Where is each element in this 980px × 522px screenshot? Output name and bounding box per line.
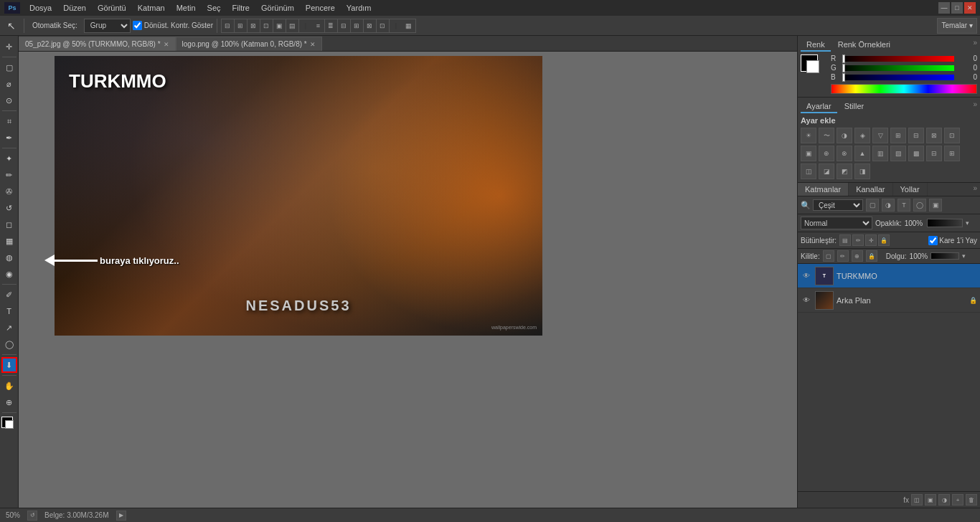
brush-tool-button[interactable]: ✏ <box>1 167 17 183</box>
align-center-h-icon[interactable]: ▣ <box>273 19 286 32</box>
auto-select-dropdown[interactable]: Grup Katman <box>84 19 131 33</box>
menu-sec[interactable]: Seç <box>202 2 226 14</box>
status-arrow-button[interactable]: ▶ <box>116 511 126 521</box>
color-swatches[interactable] <box>801 54 825 79</box>
tab-document-2[interactable]: logo.png @ 100% (Katman 0, RGB/8) * ✕ <box>176 37 322 51</box>
blue-slider[interactable] <box>842 75 954 80</box>
distribute-right-icon[interactable]: ⊟ <box>338 19 351 32</box>
temalar-button[interactable]: Temalar ▾ <box>937 18 977 34</box>
cmixer-icon[interactable]: ⊡ <box>944 128 960 143</box>
select-rect-tool-button[interactable]: ▢ <box>1 60 17 75</box>
layers-panel-collapse[interactable]: » <box>970 183 980 196</box>
distribute-top-icon[interactable]: ⊞ <box>351 19 364 32</box>
dolgu-dropdown-icon[interactable]: ▾ <box>962 252 966 260</box>
lock-image-icon[interactable]: ✏ <box>852 234 864 246</box>
minimize-button[interactable]: — <box>938 2 950 14</box>
align-bottom-icon[interactable]: ▤ <box>286 19 299 32</box>
menu-goruntu[interactable]: Görüntü <box>93 2 131 14</box>
layer-filter-select[interactable]: Çeşit <box>813 199 863 211</box>
menu-metin[interactable]: Metin <box>171 2 201 14</box>
dodge-tool-button[interactable]: ◉ <box>1 266 17 282</box>
kare-yay-checkbox[interactable] <box>928 236 938 245</box>
kilit-pos-icon[interactable]: ⊕ <box>852 250 863 262</box>
distribute-v-icon[interactable]: ⊠ <box>364 19 377 32</box>
menu-yardim[interactable]: Yardım <box>341 2 377 14</box>
tab-paths[interactable]: Yollar <box>893 183 928 196</box>
tab-1-close[interactable]: ✕ <box>164 41 169 48</box>
blur-tool-button[interactable]: ◍ <box>1 250 17 265</box>
move-tool-button[interactable]: ✛ <box>1 39 17 54</box>
filter-pixel-icon[interactable]: ▢ <box>866 199 879 212</box>
add-mask-button[interactable]: ◫ <box>911 494 923 506</box>
eyedropper-tool-button[interactable]: ✒ <box>1 130 17 146</box>
adj-panel-collapse[interactable]: » <box>973 100 977 113</box>
distribute-h-icon[interactable]: ≣ <box>325 19 338 32</box>
lock-all-icon[interactable]: 🔒 <box>878 234 890 246</box>
distribute-left-icon[interactable]: ≡ <box>312 19 325 32</box>
tab-color[interactable]: Renk <box>801 39 831 52</box>
save-icon[interactable]: ⊞ <box>944 146 960 161</box>
load-icon[interactable]: ◫ <box>801 163 816 179</box>
filter-smartobj-icon[interactable]: ▣ <box>929 199 942 212</box>
filter-adjust-icon[interactable]: ◑ <box>882 199 895 212</box>
distribute-extra-icon[interactable]: ▦ <box>402 19 415 32</box>
align-right-icon[interactable]: ⊠ <box>248 19 260 32</box>
brightness-icon[interactable]: ☀ <box>801 128 816 143</box>
create-group-button[interactable]: ▣ <box>925 494 936 506</box>
tab-layers[interactable]: Katmanlar <box>798 183 849 196</box>
menu-filtre[interactable]: Filtre <box>227 2 255 14</box>
canvas-image[interactable]: TURKMMO NESADUS53 wallpaperswide.com <box>55 56 542 336</box>
smart-icon[interactable]: ◩ <box>837 163 852 179</box>
filter-shape-icon[interactable]: ◯ <box>913 199 926 212</box>
curves-icon[interactable]: 〜 <box>819 128 834 143</box>
tab-adjustments[interactable]: Ayarlar <box>801 100 837 113</box>
zoom-increment-button[interactable]: ↺ <box>27 511 37 521</box>
align-top-icon[interactable]: ⊡ <box>260 19 273 32</box>
posterize-icon[interactable]: ⊗ <box>837 146 852 161</box>
crop-tool-button[interactable]: ⌗ <box>1 113 17 129</box>
align-left-icon[interactable]: ⊟ <box>222 19 235 32</box>
bg-color-swatch[interactable] <box>806 60 819 73</box>
kilit-brush-icon[interactable]: ✏ <box>837 250 849 262</box>
menu-pencere[interactable]: Pencere <box>301 2 340 14</box>
zoom-tool-button[interactable]: ⊕ <box>1 394 17 410</box>
threshold-icon[interactable]: ▲ <box>854 146 870 161</box>
opacity-slider[interactable] <box>927 219 963 227</box>
tab-styles[interactable]: Stiller <box>839 100 870 113</box>
distribute-bottom-icon[interactable]: ⊡ <box>377 19 390 32</box>
layer-turkmmo-visibility[interactable]: 👁 <box>801 270 812 282</box>
layer-arkaplan-visibility[interactable]: 👁 <box>801 295 812 306</box>
maximize-button[interactable]: □ <box>951 2 963 14</box>
bw-icon[interactable]: ⊟ <box>908 128 924 143</box>
lock-transparent-icon[interactable]: ▤ <box>839 234 851 246</box>
transform-controls-checkbox[interactable] <box>133 21 142 30</box>
tab-document-1[interactable]: 05_p22.jpg @ 50% (TURKMMO, RGB/8) * ✕ <box>19 37 176 51</box>
tab-swatches[interactable]: Renk Örnekleri <box>832 39 896 52</box>
menu-duzen[interactable]: Düzen <box>58 2 91 14</box>
set-foreground-color-button[interactable]: ⬇ <box>1 357 17 373</box>
invert-icon[interactable]: ⊕ <box>819 146 834 161</box>
shadow-icon[interactable]: ◨ <box>854 163 870 179</box>
pen-tool-button[interactable]: ✐ <box>1 287 17 303</box>
photofilter-icon[interactable]: ⊠ <box>926 128 942 143</box>
spot-heal-tool-button[interactable]: ✦ <box>1 151 17 166</box>
kilit-all-icon[interactable]: 🔒 <box>866 250 877 262</box>
hand-tool-button[interactable]: ✋ <box>1 378 17 394</box>
add-layer-button[interactable]: + <box>952 494 963 506</box>
gradient-tool-button[interactable]: ▦ <box>1 233 17 249</box>
blend-mode-select[interactable]: Normal Multiply Screen <box>801 217 872 229</box>
tab-channels[interactable]: Kanallar <box>849 183 892 196</box>
align-center-v-icon[interactable]: ⊞ <box>235 19 248 32</box>
menu-goruntum2[interactable]: Görünüm <box>256 2 299 14</box>
curves2-icon[interactable]: ⊟ <box>926 146 942 161</box>
lasso-tool-button[interactable]: ⌀ <box>1 76 17 92</box>
quick-select-tool-button[interactable]: ⊙ <box>1 92 17 108</box>
background-color[interactable] <box>5 420 14 429</box>
path-select-tool-button[interactable]: ↗ <box>1 320 17 336</box>
delete-layer-button[interactable]: 🗑 <box>966 494 977 506</box>
history-brush-tool-button[interactable]: ↺ <box>1 200 17 216</box>
clone-stamp-tool-button[interactable]: ✇ <box>1 184 17 199</box>
levels-icon[interactable]: ▩ <box>908 146 924 161</box>
color-panel-collapse[interactable]: » <box>973 39 977 52</box>
selectcolor-icon[interactable]: ▧ <box>890 146 906 161</box>
